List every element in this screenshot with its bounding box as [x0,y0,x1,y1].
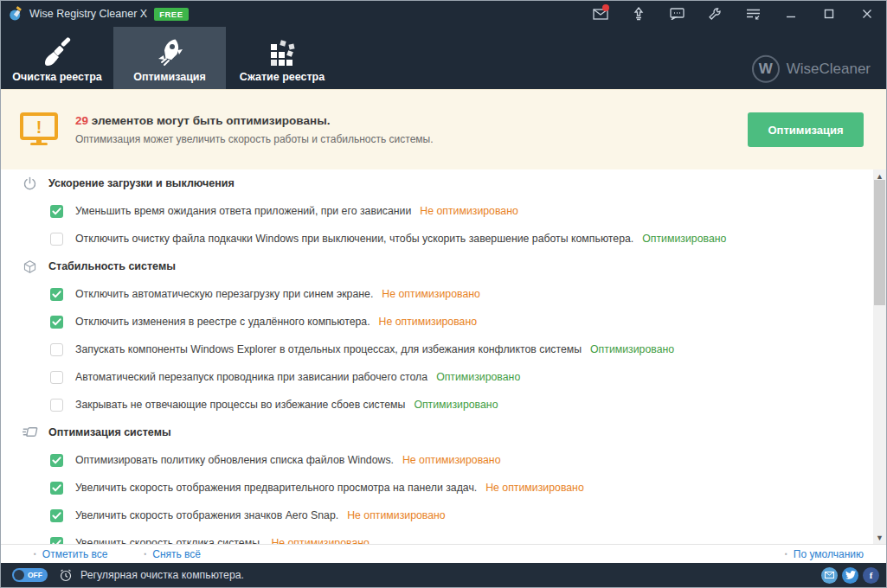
item-status: Не оптимизировано [402,454,501,466]
toggle-label: OFF [28,571,42,579]
defaults-link[interactable]: ▪ По умолчанию [785,548,864,560]
item-status: Не оптимизировано [379,316,478,328]
warning-monitor-icon: ! [20,112,58,147]
checkbox-unchecked[interactable] [50,371,63,384]
tab-registry-cleaner[interactable]: Очистка реестра [1,27,113,89]
tools-icon[interactable] [696,1,734,27]
item-text: Автоматический перезапуск проводника при… [75,371,427,383]
checkbox-unchecked[interactable] [50,399,63,412]
optimization-item-row: Увеличить скорость отображения предварит… [1,474,873,502]
checkbox-checked[interactable] [50,454,63,467]
optimization-item-row: Автоматический перезапуск проводника при… [1,363,873,391]
optimization-item-row: Оптимизировать политику обновления списк… [1,446,873,474]
scrollbar-thumb[interactable] [874,180,885,305]
optimization-item-row: Отключить изменения в реестре с удалённо… [1,308,873,336]
item-text: Отключить очистку файла подкачки Windows… [75,233,633,245]
alarm-clock-icon [59,568,73,582]
item-status: Не оптимизировано [382,288,480,300]
brand-name: WiseCleaner [787,61,871,78]
menu-icon[interactable] [734,1,772,27]
twitter-icon[interactable] [842,567,858,584]
bullet-icon: ▪ [785,550,787,558]
item-text: Увеличить скорость отклика системы. [75,537,262,544]
status-text: Регулярная очистка компьютера. [80,569,244,581]
item-status: Не оптимизировано [485,482,584,494]
upgrade-icon[interactable] [620,1,658,27]
power-icon [22,176,37,191]
checkbox-unchecked[interactable] [50,233,63,246]
optimization-item-row: Отключить автоматическую перезагрузку пр… [1,280,873,308]
brush-icon [42,36,73,67]
status-bar: OFF Регулярная очистка компьютера. f [1,563,886,587]
checkbox-checked[interactable] [50,316,63,329]
item-status: Не оптимизировано [347,509,446,521]
checkbox-checked[interactable] [50,482,63,495]
optimization-item-row: Закрывать не отвечающие процессы во избе… [1,391,873,419]
notification-subtitle: Оптимизация может увеличить скорость раб… [75,133,748,145]
facebook-icon[interactable]: f [863,567,879,584]
section-title: Оптимизация системы [48,426,171,438]
app-window: Wise Registry Cleaner X FREE [0,0,887,588]
item-status: Оптимизировано [414,399,498,411]
optimization-item-row: Увеличить скорость отклика системы.Не оп… [1,529,873,544]
optimization-item-row: Отключить очистку файла подкачки Windows… [1,225,873,252]
section-title: Ускорение загрузки и выключения [48,177,235,189]
maximize-button[interactable] [810,1,848,27]
item-status: Оптимизировано [436,371,520,383]
email-icon[interactable] [821,567,838,584]
title-bar: Wise Registry Cleaner X FREE [1,1,886,27]
minimize-button[interactable] [772,1,810,27]
item-status: Не оптимизировано [271,537,370,544]
item-text: Оптимизировать политику обновления списк… [75,454,394,466]
item-text: Увеличить скорость отображения предварит… [75,482,477,494]
content-area: Ускорение загрузки и выключенияУменьшить… [1,169,886,544]
tab-registry-compact[interactable]: Сжатие реестра [226,27,338,89]
footer-bar: ▪ Отметить все ▪ Снять всё ▪ По умолчани… [1,544,886,563]
item-status: Оптимизировано [642,233,726,245]
schedule-toggle[interactable]: OFF [12,568,48,582]
check-all-link[interactable]: ▪ Отметить все [34,548,107,560]
item-text: Отключить изменения в реестре с удалённо… [75,316,370,328]
item-text: Запускать компоненты Windows Explorer в … [75,343,582,355]
optimization-list: Ускорение загрузки и выключенияУменьшить… [1,169,873,544]
tab-bar: Очистка реестраОптимизацияСжатие реестра… [1,27,886,89]
notification-bar: ! 29 элементов могут быть оптимизированы… [1,89,886,169]
notification-texts: 29 элементов могут быть оптимизированы. … [75,114,748,145]
free-badge: FREE [154,8,188,21]
section-header: Стабильность системы [1,252,873,280]
feedback-icon[interactable] [658,1,696,27]
checkbox-checked[interactable] [50,205,63,218]
compact-icon [267,36,297,67]
optimize-button[interactable]: Оптимизация [748,112,864,147]
checkbox-unchecked[interactable] [50,343,63,356]
notification-title: 29 элементов могут быть оптимизированы. [75,114,748,127]
item-text: Отключить автоматическую перезагрузку пр… [75,288,373,300]
tab-label: Очистка реестра [12,71,101,83]
titlebar-actions [582,1,886,27]
item-status: Не оптимизировано [420,205,518,217]
social-links: f [821,567,879,584]
notification-dot [602,4,609,11]
checkbox-checked[interactable] [50,537,63,545]
brand-circle-icon: W [752,55,780,83]
section-title: Стабильность системы [48,260,176,272]
checkbox-checked[interactable] [50,509,63,522]
toggle-knob [14,570,24,580]
close-button[interactable] [848,1,886,27]
cube-icon [22,259,37,274]
item-text: Уменьшить время ожидания ответа приложен… [75,205,411,217]
optimizable-count: 29 [75,114,88,127]
tab-optimization[interactable]: Оптимизация [113,27,226,89]
section-header: Оптимизация системы [1,419,873,446]
optimization-item-row: Запускать компоненты Windows Explorer в … [1,336,873,363]
item-status: Оптимизировано [590,343,674,355]
optimization-item-row: Уменьшить время ожидания ответа приложен… [1,197,873,225]
mail-icon[interactable] [582,1,620,27]
scrollbar[interactable]: ▲ ▼ [873,169,886,544]
optimization-item-row: Увеличить скорость отображения значков A… [1,502,873,529]
speed-icon [22,425,37,440]
scrollbar-down-icon[interactable]: ▼ [873,531,886,544]
checkbox-checked[interactable] [50,288,63,301]
uncheck-all-link[interactable]: ▪ Снять всё [144,548,201,560]
tab-label: Сжатие реестра [240,71,325,83]
